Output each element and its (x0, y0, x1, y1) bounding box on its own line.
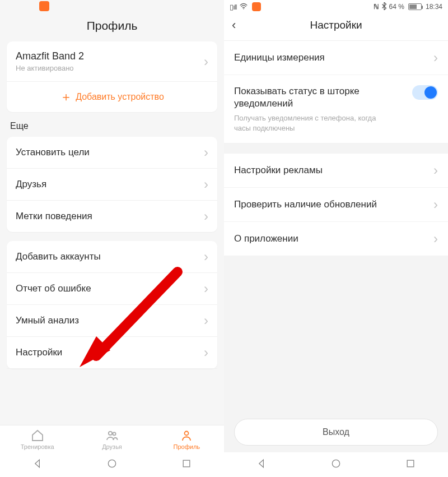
device-row[interactable]: Amazfit Band 2 Не активировано › (7, 41, 217, 82)
chevron-right-icon: › (204, 210, 208, 223)
wifi-icon (240, 3, 248, 11)
recent-soft-key[interactable] (405, 458, 416, 471)
nav-profile[interactable]: Профиль (150, 425, 224, 452)
logout-button[interactable]: Выход (234, 419, 438, 446)
chevron-right-icon: › (204, 314, 208, 327)
list-item-units[interactable]: Единицы измерения › (224, 41, 448, 75)
add-device-button[interactable]: ＋ Добавить устройство (7, 82, 217, 112)
home-soft-key[interactable] (106, 458, 118, 471)
settings-list-mid: Настройки рекламы › Проверить наличие об… (224, 154, 448, 256)
status-bar-left (0, 0, 224, 12)
list-item-bug-report[interactable]: Отчет об ошибке › (7, 273, 217, 305)
app-badge-icon (39, 1, 49, 11)
list-item-smart-analysis[interactable]: Умный анализ › (7, 305, 217, 337)
chevron-right-icon: › (204, 282, 208, 295)
home-soft-key[interactable] (330, 458, 342, 471)
svg-rect-9 (407, 460, 414, 467)
nav-friends[interactable]: Друзья (74, 425, 149, 452)
toggle-knob (424, 86, 437, 99)
android-nav-bar (0, 452, 224, 477)
more-list-2: Добавить аккаунты › Отчет об ошибке › Ум… (7, 241, 217, 369)
page-title: Настройки (232, 19, 440, 31)
settings-header: ‹ Настройки (224, 12, 448, 41)
svg-point-4 (185, 432, 189, 436)
list-item-goals[interactable]: Установить цели › (7, 137, 217, 169)
list-item-settings[interactable]: Настройки › (7, 337, 217, 369)
notification-status-title: Показывать статус в шторке уведомлений (234, 85, 412, 110)
svg-point-7 (244, 8, 245, 9)
chevron-right-icon: › (433, 51, 438, 64)
list-item-notification-status[interactable]: Показывать статус в шторке уведомлений П… (224, 75, 448, 143)
chevron-right-icon: › (433, 198, 438, 211)
svg-point-3 (113, 432, 115, 435)
battery-percent: 64 % (389, 3, 404, 11)
plus-icon: ＋ (60, 91, 72, 103)
list-item-ads-settings[interactable]: Настройки рекламы › (224, 154, 448, 188)
chevron-right-icon: › (204, 346, 208, 359)
status-bar-right: ▯ıll ℕ 64 % 18:34 (224, 0, 448, 12)
recent-soft-key[interactable] (181, 458, 192, 471)
svg-rect-6 (183, 460, 190, 467)
device-name: Amazfit Band 2 (16, 50, 204, 62)
chevron-right-icon: › (204, 146, 208, 159)
back-soft-key[interactable] (32, 458, 43, 471)
android-nav-bar (224, 452, 448, 477)
list-item-about[interactable]: О приложении › (224, 222, 448, 256)
nav-workout[interactable]: Тренировка (0, 425, 74, 452)
list-item-behavior-tags[interactable]: Метки поведения › (7, 201, 217, 232)
battery-icon (408, 3, 422, 10)
list-item-add-accounts[interactable]: Добавить аккаунты › (7, 241, 217, 273)
svg-point-2 (109, 432, 112, 435)
device-card: Amazfit Band 2 Не активировано › ＋ Добав… (7, 41, 217, 112)
list-item-check-updates[interactable]: Проверить наличие обновлений › (224, 188, 448, 222)
chevron-right-icon: › (204, 250, 208, 263)
svg-point-5 (108, 460, 115, 467)
svg-point-8 (332, 460, 339, 467)
profile-icon (180, 429, 193, 443)
app-badge-icon (252, 2, 261, 11)
settings-list-top: Единицы измерения › Показывать статус в … (224, 41, 448, 143)
notification-toggle[interactable] (412, 85, 438, 100)
friends-icon (105, 429, 119, 443)
more-list-1: Установить цели › Друзья › Метки поведен… (7, 137, 217, 232)
home-icon (31, 429, 44, 443)
bottom-nav: Тренировка Друзья Профиль (0, 425, 224, 452)
list-item-friends[interactable]: Друзья › (7, 169, 217, 201)
notification-status-desc: Получать уведомления с телефона, когда ч… (234, 113, 391, 133)
nfc-icon: ℕ (374, 3, 379, 11)
chevron-right-icon: › (204, 178, 208, 191)
chevron-right-icon: › (433, 232, 438, 246)
device-status: Не активировано (16, 64, 204, 72)
bluetooth-icon (381, 2, 387, 12)
status-time: 18:34 (426, 3, 442, 11)
back-soft-key[interactable] (256, 458, 267, 471)
chevron-right-icon: › (204, 55, 208, 68)
page-title: Профиль (0, 12, 224, 41)
add-device-label: Добавить устройство (76, 92, 164, 102)
signal-icon: ▯ıll (230, 3, 236, 11)
section-more-label: Еще (0, 121, 224, 137)
chevron-right-icon: › (433, 164, 438, 177)
